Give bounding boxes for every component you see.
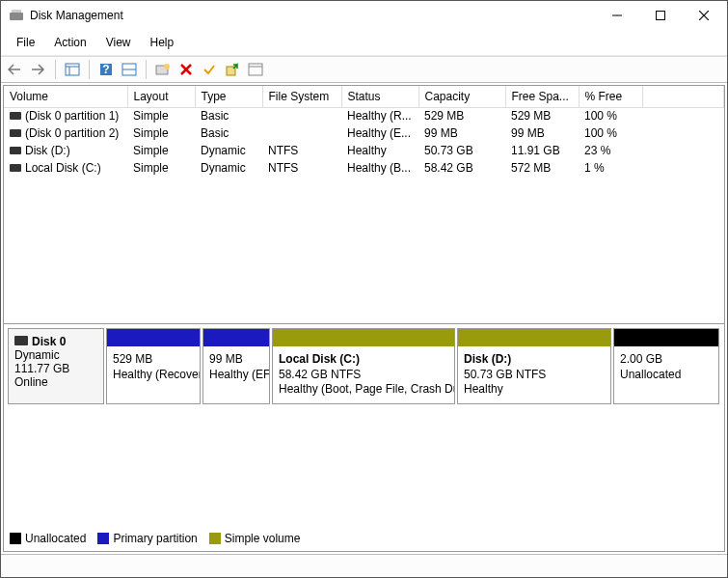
menu-action[interactable]: Action: [44, 32, 95, 53]
col-spacer: [642, 86, 724, 107]
volume-icon: [10, 129, 21, 137]
column-headers[interactable]: Volume Layout Type File System Status Ca…: [4, 86, 724, 107]
refresh-button[interactable]: [119, 59, 140, 80]
partition-color-bar: [614, 329, 718, 346]
graphical-view: Disk 0 Dynamic 111.77 GB Online 529 MBHe…: [4, 324, 724, 551]
menu-file[interactable]: File: [7, 32, 44, 53]
partition-status: Unallocated: [620, 368, 713, 383]
toolbar-separator: [89, 60, 90, 79]
legend: Unallocated Primary partition Simple vol…: [10, 532, 300, 545]
partition-size: 99 MB: [209, 352, 263, 368]
partition-size: 2.00 GB: [620, 352, 713, 368]
partition-size: 529 MB: [113, 352, 194, 368]
svg-rect-6: [66, 64, 79, 75]
title-bar: Disk Management: [1, 1, 727, 30]
partition-title: Disk (D:): [464, 352, 605, 368]
partition-color-bar: [107, 329, 200, 346]
partition[interactable]: 2.00 GBUnallocated: [613, 328, 719, 404]
properties-button[interactable]: [152, 59, 174, 80]
partition-color-bar: [273, 329, 454, 346]
partition-container: 529 MBHealthy (Recovery Partition)99 MBH…: [104, 328, 720, 404]
back-button[interactable]: [5, 59, 26, 80]
disk-state: Online: [14, 375, 97, 389]
volume-icon: [10, 112, 21, 120]
partition-color-bar: [458, 329, 610, 346]
disk-header[interactable]: Disk 0 Dynamic 111.77 GB Online: [8, 328, 104, 404]
ok-icon[interactable]: [199, 59, 220, 80]
menu-view[interactable]: View: [96, 32, 141, 53]
svg-rect-3: [656, 12, 664, 20]
toolbar-separator: [55, 60, 56, 79]
disk-row[interactable]: Disk 0 Dynamic 111.77 GB Online 529 MBHe…: [8, 328, 720, 404]
help-button[interactable]: ?: [95, 59, 117, 80]
forward-button[interactable]: [28, 59, 49, 80]
minimize-button[interactable]: [595, 1, 638, 30]
table-row[interactable]: (Disk 0 partition 1)SimpleBasicHealthy (…: [4, 107, 724, 124]
disk-name: Disk 0: [32, 335, 66, 348]
partition-size: 50.73 GB NTFS: [464, 368, 605, 383]
partition-status: Healthy (EFI System Partition): [209, 368, 263, 383]
extend-button[interactable]: [222, 59, 243, 80]
partition-size: 58.42 GB NTFS: [279, 368, 448, 383]
partition-status: Healthy (Recovery Partition): [113, 368, 194, 383]
col-filesystem[interactable]: File System: [262, 86, 341, 107]
swatch-simple: [209, 533, 221, 544]
volume-icon: [10, 147, 21, 154]
col-layout[interactable]: Layout: [127, 86, 195, 107]
toolbar: ?: [1, 56, 727, 83]
table-row[interactable]: Disk (D:)SimpleDynamicNTFSHealthy50.73 G…: [4, 142, 724, 159]
list-button[interactable]: [245, 59, 266, 80]
disk-icon: [14, 336, 28, 345]
col-pctfree[interactable]: % Free: [579, 86, 642, 107]
legend-simple: Simple volume: [209, 532, 301, 545]
col-volume[interactable]: Volume: [4, 86, 127, 107]
svg-point-14: [164, 64, 170, 69]
swatch-primary: [97, 533, 109, 544]
table-row[interactable]: Local Disk (C:)SimpleDynamicNTFSHealthy …: [4, 159, 724, 177]
content-area: Volume Layout Type File System Status Ca…: [3, 85, 725, 552]
svg-rect-1: [12, 10, 21, 13]
svg-rect-0: [10, 13, 23, 20]
partition-title: Local Disk (C:): [279, 352, 448, 368]
partition[interactable]: 99 MBHealthy (EFI System Partition): [202, 328, 270, 404]
svg-rect-18: [249, 64, 262, 75]
partition-color-bar: [203, 329, 269, 346]
swatch-unallocated: [10, 533, 21, 544]
svg-text:?: ?: [102, 63, 109, 76]
disk-type: Dynamic: [14, 348, 97, 362]
volume-icon: [10, 164, 21, 172]
volume-list[interactable]: Volume Layout Type File System Status Ca…: [4, 86, 724, 324]
partition[interactable]: Disk (D:)50.73 GB NTFSHealthy: [457, 328, 611, 404]
partition[interactable]: Local Disk (C:)58.42 GB NTFSHealthy (Boo…: [272, 328, 455, 404]
status-bar: [1, 554, 727, 577]
col-free[interactable]: Free Spa...: [505, 86, 579, 107]
col-type[interactable]: Type: [195, 86, 262, 107]
col-status[interactable]: Status: [341, 86, 418, 107]
close-button[interactable]: [682, 1, 725, 30]
disk-size: 111.77 GB: [14, 362, 97, 375]
maximize-button[interactable]: [638, 1, 682, 30]
menu-bar: File Action View Help: [1, 30, 727, 56]
app-icon: [9, 8, 24, 23]
partition-status: Healthy (Boot, Page File, Crash Dump, Pr…: [279, 382, 448, 398]
col-capacity[interactable]: Capacity: [418, 86, 505, 107]
table-row[interactable]: (Disk 0 partition 2)SimpleBasicHealthy (…: [4, 124, 724, 142]
delete-button[interactable]: [175, 59, 197, 80]
menu-help[interactable]: Help: [141, 32, 184, 53]
partition-status: Healthy: [464, 382, 605, 398]
view-settings-button[interactable]: [62, 59, 83, 80]
partition[interactable]: 529 MBHealthy (Recovery Partition): [106, 328, 201, 404]
window-title: Disk Management: [30, 9, 595, 22]
legend-unallocated: Unallocated: [10, 532, 86, 545]
legend-primary: Primary partition: [97, 532, 197, 545]
toolbar-separator: [146, 60, 147, 79]
